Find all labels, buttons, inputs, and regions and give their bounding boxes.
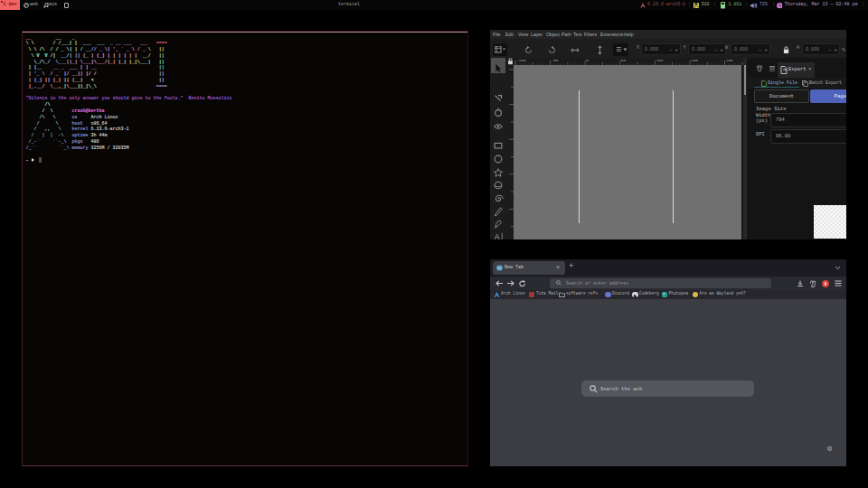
svg-text:A: A (495, 233, 500, 239)
